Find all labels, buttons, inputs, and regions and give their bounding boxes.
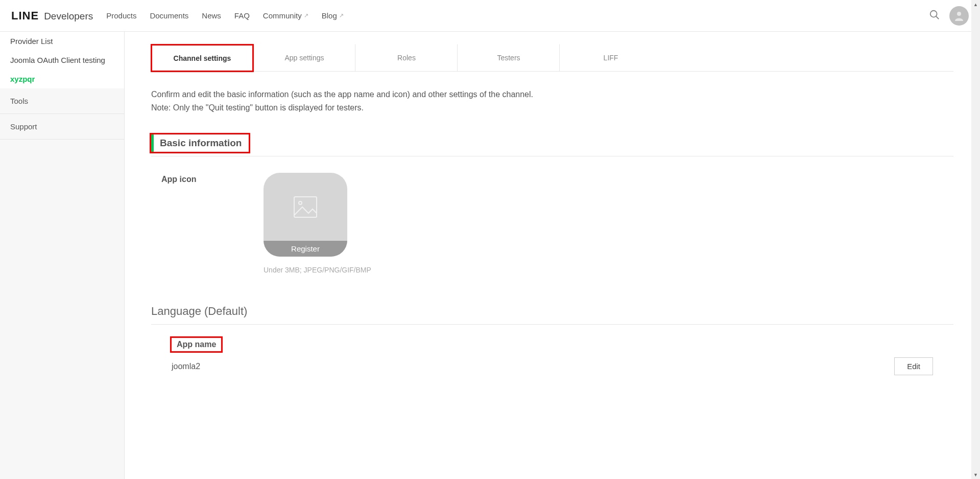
sidebar: Provider List Joomla OAuth Client testin… xyxy=(0,32,125,479)
nav-news[interactable]: News xyxy=(202,11,221,20)
sidebar-item-active-provider[interactable]: xyzpqr xyxy=(0,70,124,88)
basic-info-title: Basic information xyxy=(151,134,249,152)
external-link-icon: ↗ xyxy=(339,12,344,19)
app-icon-row: App icon Register Under 3MB; JPEG/PNG/GI xyxy=(151,169,953,274)
register-button[interactable]: Register xyxy=(264,241,347,257)
icon-hint: Under 3MB; JPEG/PNG/GIF/BMP xyxy=(264,266,371,274)
language-title: Language (Default) xyxy=(151,305,953,325)
tab-label: LIFF xyxy=(604,54,618,62)
header-right xyxy=(929,6,969,26)
tab-roles[interactable]: Roles xyxy=(355,44,458,71)
main-content: Channel settings App settings Roles Test… xyxy=(125,32,980,479)
header-left: LINE Developers Products Documents News … xyxy=(11,9,344,22)
external-link-icon: ↗ xyxy=(304,12,308,19)
svg-point-4 xyxy=(299,201,302,204)
search-icon[interactable] xyxy=(929,9,940,22)
sidebar-bottom: Tools Support xyxy=(0,88,124,479)
field-label-text: App icon xyxy=(161,175,196,184)
nav-blog-label: Blog xyxy=(322,11,337,20)
sidebar-item-joomla-testing[interactable]: Joomla OAuth Client testing xyxy=(0,51,124,70)
app-name-row: App name joomla2 Edit xyxy=(151,338,953,375)
sidebar-label: Tools xyxy=(10,97,28,105)
top-header: LINE Developers Products Documents News … xyxy=(0,0,980,32)
nav-news-label: News xyxy=(202,11,221,20)
app-name-value-row: joomla2 Edit xyxy=(172,357,933,375)
section-title-label: Basic information xyxy=(160,138,242,148)
tabs: Channel settings App settings Roles Test… xyxy=(151,44,953,72)
app-name-label: App name xyxy=(172,338,221,351)
scroll-down-icon[interactable]: ▼ xyxy=(971,470,980,479)
app-icon-label: App icon xyxy=(161,173,264,274)
main-layout: Provider List Joomla OAuth Client testin… xyxy=(0,32,980,479)
tab-channel-settings[interactable]: Channel settings xyxy=(151,44,253,72)
sidebar-item-tools[interactable]: Tools xyxy=(0,88,124,114)
nav-blog[interactable]: Blog ↗ xyxy=(322,11,344,20)
sidebar-label: Provider List xyxy=(10,37,53,45)
nav-community-label: Community xyxy=(263,11,302,20)
sidebar-label: xyzpqr xyxy=(10,75,35,83)
app-name-label-text: App name xyxy=(177,340,216,349)
language-section: Language (Default) App name joomla2 Edit xyxy=(151,305,953,375)
app-icon-content: Register Under 3MB; JPEG/PNG/GIF/BMP xyxy=(264,173,371,274)
section-divider xyxy=(151,156,953,156)
tab-liff[interactable]: LIFF xyxy=(560,44,662,71)
desc-line1: Confirm and edit the basic information (… xyxy=(151,88,953,101)
tab-label: Testers xyxy=(497,54,520,62)
app-name-label-wrap: App name xyxy=(172,338,933,351)
nav-products[interactable]: Products xyxy=(106,11,136,20)
svg-point-0 xyxy=(930,11,937,17)
nav-community[interactable]: Community ↗ xyxy=(263,11,308,20)
app-name-value: joomla2 xyxy=(172,362,200,371)
vertical-scrollbar[interactable]: ▲ ▼ xyxy=(971,0,980,479)
nav-faq-label: FAQ xyxy=(234,11,250,20)
channel-description: Confirm and edit the basic information (… xyxy=(151,88,953,114)
tab-app-settings[interactable]: App settings xyxy=(253,44,355,71)
nav-faq[interactable]: FAQ xyxy=(234,11,250,20)
basic-info-section: Basic information App icon Register xyxy=(151,134,953,274)
scroll-up-icon[interactable]: ▲ xyxy=(971,0,980,9)
tab-label: App settings xyxy=(284,54,324,62)
nav-documents[interactable]: Documents xyxy=(150,11,188,20)
top-nav: Products Documents News FAQ Community ↗ … xyxy=(106,11,344,20)
sidebar-top: Provider List Joomla OAuth Client testin… xyxy=(0,32,124,88)
register-label: Register xyxy=(291,244,320,253)
tab-testers[interactable]: Testers xyxy=(458,44,560,71)
svg-line-1 xyxy=(936,16,939,19)
svg-rect-3 xyxy=(294,197,317,217)
tab-label: Roles xyxy=(397,54,416,62)
logo[interactable]: LINE Developers xyxy=(11,9,93,22)
image-placeholder-icon xyxy=(293,173,318,241)
sidebar-label: Joomla OAuth Client testing xyxy=(10,56,105,64)
desc-line2: Note: Only the "Quit testing" button is … xyxy=(151,101,953,115)
nav-products-label: Products xyxy=(106,11,136,20)
logo-developers: Developers xyxy=(44,11,93,22)
app-icon-uploader[interactable]: Register xyxy=(264,173,347,257)
sidebar-item-provider-list[interactable]: Provider List xyxy=(0,32,124,51)
tab-label: Channel settings xyxy=(174,54,231,62)
sidebar-label: Support xyxy=(10,122,37,131)
nav-documents-label: Documents xyxy=(150,11,188,20)
sidebar-item-support[interactable]: Support xyxy=(0,114,124,140)
avatar[interactable] xyxy=(949,6,969,26)
edit-button[interactable]: Edit xyxy=(894,357,933,375)
logo-line: LINE xyxy=(11,9,39,22)
svg-point-2 xyxy=(957,12,961,16)
